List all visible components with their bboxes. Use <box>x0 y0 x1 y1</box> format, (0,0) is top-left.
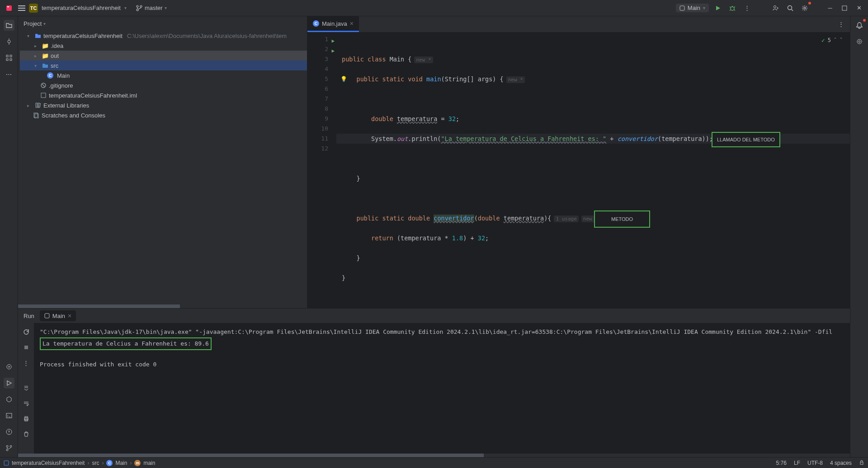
svg-point-6 <box>731 7 734 10</box>
branch-icon <box>136 5 143 12</box>
right-tool-strip <box>850 16 868 457</box>
search-icon[interactable] <box>785 3 796 14</box>
run-toolbar: ⋮ <box>18 323 34 454</box>
svg-point-8 <box>788 5 792 9</box>
more-tools-icon[interactable]: ⋯ <box>4 69 14 80</box>
scroll-to-end-icon[interactable] <box>21 383 32 393</box>
build-tool-icon[interactable] <box>4 394 14 405</box>
editor-body[interactable]: 1▶ 2▶ 3 4 5 6 7 8 9 10 11 12 💡 <box>307 33 850 308</box>
scratches-icon <box>33 112 40 118</box>
run-panel-title: Run <box>24 313 34 319</box>
notifications-icon[interactable] <box>854 20 865 31</box>
chevron-down-icon[interactable]: ▾ <box>124 5 127 10</box>
method-icon: m <box>134 460 141 466</box>
svg-point-32 <box>857 39 862 44</box>
svg-rect-28 <box>24 346 28 349</box>
indent-settings[interactable]: 4 spaces <box>830 460 852 466</box>
main-menu-icon[interactable] <box>18 5 25 11</box>
gutter[interactable]: 1▶ 2▶ 3 4 5 6 7 8 9 10 11 12 💡 <box>307 33 336 308</box>
svg-point-21 <box>10 445 12 447</box>
vcs-tool-icon[interactable] <box>4 443 14 454</box>
tree-item[interactable]: temperaturaCelsiusFahrenheit.iml <box>20 90 307 100</box>
tree-item[interactable]: ▸ 📁 out <box>20 51 307 61</box>
run-output[interactable]: "C:\Program Files\Java\jdk-17\bin\java.e… <box>34 323 850 454</box>
cursor-position[interactable]: 5:76 <box>776 460 787 466</box>
svg-rect-1 <box>7 6 9 7</box>
commit-tool-icon[interactable] <box>4 36 14 47</box>
project-tool-icon[interactable] <box>4 20 14 31</box>
run-tab-main[interactable]: Main × <box>40 310 76 321</box>
editor-tab-main[interactable]: C Main.java × <box>307 16 359 32</box>
tree-item[interactable]: ▸ 📁 .idea <box>20 41 307 51</box>
project-scrollbar[interactable] <box>18 304 307 308</box>
code-with-me-icon[interactable] <box>770 3 781 14</box>
tree-external-libs[interactable]: ▸ External Libraries <box>20 100 307 110</box>
breadcrumbs[interactable]: temperaturaCelsiusFahrenheit › src › C M… <box>4 460 155 466</box>
run-configuration-selector[interactable]: Main ▾ <box>676 4 709 12</box>
app-icon[interactable] <box>4 3 14 14</box>
maximize-icon[interactable] <box>839 3 850 14</box>
soft-wrap-icon[interactable] <box>21 398 32 409</box>
print-icon[interactable] <box>21 413 32 424</box>
run-scrollbar[interactable] <box>18 454 850 457</box>
terminal-tool-icon[interactable] <box>4 410 14 421</box>
iml-icon <box>40 92 47 98</box>
svg-rect-12 <box>6 55 8 57</box>
close-run-tab-icon[interactable]: × <box>68 312 71 319</box>
code-content[interactable]: ✓5 ˄˅ public class Main {new * public st… <box>336 33 850 308</box>
readonly-lock-icon[interactable] <box>859 459 864 466</box>
services-tool-icon[interactable] <box>4 361 14 372</box>
output-highlight: La temperatura de Celcius a Fahrenheit e… <box>40 337 212 350</box>
tree-root[interactable]: ▾ temperaturaCelsiusFahrenheit C:\Users\… <box>20 31 307 41</box>
stop-icon[interactable] <box>21 342 32 353</box>
run-gutter-icon[interactable]: ▶ <box>331 46 335 56</box>
svg-rect-24 <box>41 93 46 98</box>
tree-item[interactable]: C Main <box>20 70 307 80</box>
svg-point-17 <box>8 366 9 368</box>
problems-tool-icon[interactable] <box>4 426 14 437</box>
inspection-widget[interactable]: ✓5 ˄˅ <box>821 35 843 45</box>
close-tab-icon[interactable]: × <box>350 20 354 27</box>
run-tab-icon <box>44 313 50 318</box>
run-panel: Run Main × ⋮ "C:\Program <box>18 308 850 457</box>
file-encoding[interactable]: UTF-8 <box>807 460 823 466</box>
project-tree[interactable]: ▾ temperaturaCelsiusFahrenheit C:\Users\… <box>18 31 307 304</box>
run-more-icon[interactable]: ⋮ <box>21 357 32 368</box>
svg-point-9 <box>804 7 806 9</box>
left-tool-strip: ⋯ <box>0 16 18 457</box>
run-gutter-icon[interactable]: ▶ <box>331 36 335 46</box>
tree-item[interactable]: .gitignore <box>20 80 307 90</box>
project-panel-header[interactable]: Project ▾ <box>18 16 307 31</box>
svg-point-7 <box>774 5 776 8</box>
run-button[interactable] <box>712 3 723 14</box>
tree-scratches[interactable]: Scratches and Consoles <box>20 110 307 120</box>
rerun-icon[interactable] <box>21 327 32 337</box>
more-actions-icon[interactable]: ⋮ <box>741 3 752 14</box>
svg-rect-10 <box>842 6 847 10</box>
project-name[interactable]: temperaturaCelsiusFahrenheit <box>42 5 121 11</box>
minimize-icon[interactable]: ─ <box>825 3 835 14</box>
close-icon[interactable]: ✕ <box>854 3 864 14</box>
clear-icon[interactable] <box>21 429 32 440</box>
settings-icon[interactable] <box>799 3 810 14</box>
ai-assistant-icon[interactable] <box>854 36 865 47</box>
project-badge: TC <box>29 4 38 13</box>
tab-actions-icon[interactable]: ⋮ <box>835 19 846 30</box>
run-panel-header: Run Main × <box>18 309 850 323</box>
class-icon: C <box>47 72 53 79</box>
tree-item[interactable]: ▾ src <box>20 61 307 70</box>
vcs-branch[interactable]: master ▾ <box>136 5 167 12</box>
status-bar: temperaturaCelsiusFahrenheit › src › C M… <box>0 457 868 468</box>
gitignore-icon <box>40 82 47 89</box>
run-tool-icon[interactable] <box>4 378 14 388</box>
line-separator[interactable]: LF <box>794 460 800 466</box>
svg-rect-34 <box>4 461 9 465</box>
run-config-icon <box>679 5 685 11</box>
structure-tool-icon[interactable] <box>4 52 14 63</box>
svg-point-2 <box>137 5 138 7</box>
title-bar: TC temperaturaCelsiusFahrenheit ▾ master… <box>0 0 868 16</box>
debug-button[interactable] <box>727 3 738 14</box>
svg-rect-0 <box>6 5 12 11</box>
class-icon: C <box>106 460 113 466</box>
svg-point-22 <box>6 449 8 451</box>
